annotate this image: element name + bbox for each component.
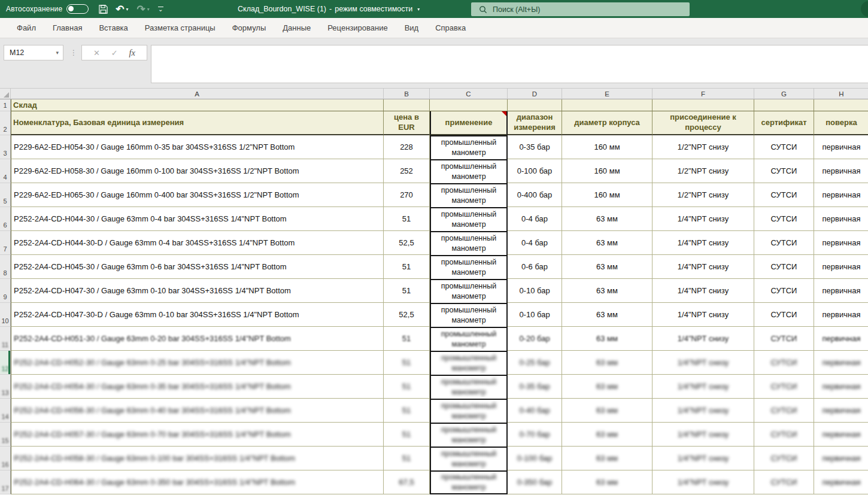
account-avatar[interactable] — [861, 1, 868, 17]
cell[interactable]: 63 мм — [562, 327, 652, 351]
cell[interactable]: 228 — [384, 135, 430, 159]
cell[interactable]: первичная — [814, 159, 868, 183]
row-header-17[interactable]: 17 — [0, 470, 11, 494]
formula-input[interactable] — [151, 45, 868, 83]
cell[interactable]: СУТСИ — [754, 327, 814, 351]
row-header-7[interactable]: 7 — [0, 231, 11, 255]
cell[interactable]: промышленный манометр — [430, 303, 508, 327]
cell[interactable]: 1/4"NPT снизу — [652, 231, 754, 255]
cell[interactable]: промышленный манометр — [430, 159, 508, 183]
cell[interactable]: промышленный манометр — [430, 423, 508, 447]
cell[interactable]: 1/4"NPT снизу — [652, 423, 754, 447]
cell[interactable] — [652, 99, 754, 111]
name-box[interactable]: M12 ▾ — [4, 45, 63, 60]
cell[interactable]: 0-4 бар — [508, 231, 562, 255]
cell[interactable] — [384, 99, 430, 111]
name-box-dropdown-icon[interactable]: ▾ — [56, 50, 59, 56]
cell[interactable]: 0-10 бар — [508, 279, 562, 303]
row-header-12[interactable]: 12 — [0, 351, 11, 375]
cell[interactable]: P252-2A4-CD-H056-30 / Gauge 63mm 0-40 ba… — [11, 399, 384, 423]
column-header-b[interactable]: B — [384, 89, 430, 99]
cell[interactable]: 0-70 бар — [508, 423, 562, 447]
cell[interactable]: P252-2A4-CD-H044-30 / Gauge 63mm 0-4 bar… — [11, 207, 384, 231]
cell[interactable]: 0-25 бар — [508, 351, 562, 375]
cell[interactable]: промышленный манометр — [430, 231, 508, 255]
undo-button[interactable]: ↶ ▾ — [116, 4, 128, 14]
column-header-g[interactable]: G — [754, 89, 814, 99]
cell[interactable]: 1/4"NPT снизу — [652, 207, 754, 231]
insert-function-icon[interactable]: fx — [129, 48, 135, 58]
row-header-15[interactable]: 15 — [0, 423, 11, 447]
select-all-button[interactable] — [0, 89, 11, 99]
cell[interactable]: СУТСИ — [754, 231, 814, 255]
cell[interactable]: 1/4"NPT снизу — [652, 447, 754, 470]
row-header-6[interactable]: 6 — [0, 207, 11, 231]
save-button[interactable] — [98, 4, 108, 14]
ribbon-tab[interactable]: Файл — [8, 23, 44, 32]
row-header-3[interactable]: 3 — [0, 135, 11, 159]
cell[interactable]: 63 мм — [562, 207, 652, 231]
cell[interactable]: СУТСИ — [754, 183, 814, 207]
cell[interactable]: промышленный манометр — [430, 351, 508, 375]
cell[interactable]: 52,5 — [384, 231, 430, 255]
header-cell-certificate[interactable]: сертификат — [754, 111, 814, 135]
column-header-f[interactable]: F — [652, 89, 754, 99]
cell[interactable]: P252-2A4-CD-H058-30 / Gauge 63mm 0-100 b… — [11, 447, 384, 470]
cell-a1[interactable]: Склад — [11, 99, 384, 111]
cell[interactable]: 0-10 бар — [508, 303, 562, 327]
cell[interactable]: промышленный манометр — [430, 135, 508, 159]
cell[interactable]: 0-6 бар — [508, 255, 562, 279]
cell[interactable]: 51 — [384, 351, 430, 375]
cell[interactable]: СУТСИ — [754, 351, 814, 375]
cell[interactable]: 0-100 бар — [508, 159, 562, 183]
cell[interactable]: 1/2"NPT снизу — [652, 135, 754, 159]
cell[interactable]: P252-2A4-CD-H044-30-D / Gauge 63mm 0-4 b… — [11, 231, 384, 255]
cell[interactable]: 0-400 бар — [508, 183, 562, 207]
cell[interactable]: первичная — [814, 303, 868, 327]
cell[interactable]: 51 — [384, 327, 430, 351]
column-header-c[interactable]: C — [430, 89, 508, 99]
cell[interactable]: P252-2A4-CD-H051-30 / Gauge 63mm 0-20 ba… — [11, 327, 384, 351]
search-box[interactable] — [471, 2, 690, 16]
cell[interactable]: P252-2A4-CD-H047-30-D / Gauge 63mm 0-10 … — [11, 303, 384, 327]
cell[interactable]: 160 мм — [562, 183, 652, 207]
cell[interactable]: СУТСИ — [754, 399, 814, 423]
undo-dropdown-icon[interactable]: ▾ — [126, 7, 129, 12]
cell[interactable]: 0-4 бар — [508, 207, 562, 231]
cell[interactable]: первичная — [814, 279, 868, 303]
cell[interactable]: P252-2A4-CD-H045-30 / Gauge 63mm 0-6 bar… — [11, 255, 384, 279]
cell[interactable]: промышленный манометр — [430, 447, 508, 470]
column-header-d[interactable]: D — [508, 89, 562, 99]
cell[interactable]: P229-6A2-ED-H058-30 / Gauge 160mm 0-100 … — [11, 159, 384, 183]
cell[interactable]: 51 — [384, 255, 430, 279]
ribbon-tab[interactable]: Данные — [274, 23, 319, 32]
header-cell-verification[interactable]: поверка — [814, 111, 868, 135]
cancel-icon[interactable]: ✕ — [93, 48, 100, 57]
cell[interactable]: 0-350 бар — [508, 470, 562, 494]
ribbon-tab[interactable]: Рецензирование — [319, 23, 396, 32]
cell[interactable]: СУТСИ — [754, 207, 814, 231]
autosave-toggle[interactable] — [66, 4, 89, 14]
document-title[interactable]: Склад_Bourdon_WISE (1) - режим совместим… — [238, 0, 420, 18]
cell[interactable]: СУТСИ — [754, 159, 814, 183]
cell[interactable]: первичная — [814, 207, 868, 231]
header-cell-diameter[interactable]: диаметр корпуса — [562, 111, 652, 135]
cell[interactable] — [562, 99, 652, 111]
row-header-14[interactable]: 14 — [0, 399, 11, 423]
cell[interactable]: 160 мм — [562, 159, 652, 183]
cell[interactable]: P252-2A4-CD-H054-30 / Gauge 63mm 0-35 ba… — [11, 375, 384, 399]
cell[interactable]: СУТСИ — [754, 375, 814, 399]
cell[interactable]: P229-6A2-ED-H054-30 / Gauge 160mm 0-35 b… — [11, 135, 384, 159]
row-header-4[interactable]: 4 — [0, 159, 11, 183]
ribbon-tab[interactable]: Вставка — [90, 23, 136, 32]
cell[interactable]: 1/4"NPT снизу — [652, 470, 754, 494]
cell[interactable]: 67,5 — [384, 470, 430, 494]
cell[interactable]: 63 мм — [562, 375, 652, 399]
column-header-h[interactable]: H — [814, 89, 868, 99]
cell[interactable]: 63 мм — [562, 470, 652, 494]
cell[interactable]: первичная — [814, 447, 868, 470]
cell[interactable]: СУТСИ — [754, 303, 814, 327]
cell[interactable]: 1/4"NPT снизу — [652, 351, 754, 375]
redo-button[interactable]: ↷ ▾ — [137, 4, 150, 14]
row-header-9[interactable]: 9 — [0, 279, 11, 303]
